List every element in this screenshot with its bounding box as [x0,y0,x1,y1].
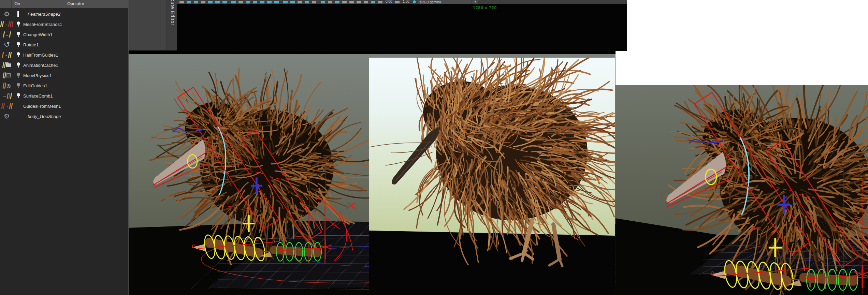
operator-row-FeathersShape2[interactable]: ⚙FeathersShape2 [0,9,128,19]
operator-label: ChangeWidth1 [23,32,53,37]
copy-icon[interactable] [357,1,361,3]
strand-bar [3,31,5,38]
operator-row-ChangeWidth1[interactable]: →ChangeWidth1 [0,29,128,40]
glyph: ⚙ [4,11,10,17]
checker-sphere-icon[interactable] [298,1,302,3]
operator-label: MeshFromStrands1 [23,22,62,27]
gear-icon: ⚙ [1,112,13,121]
operator-row-MoovPhysics1[interactable]: MoovPhysics1 [0,70,128,80]
gamma-preset-dropdown[interactable]: sRGB gamma [418,0,472,4]
operator-toggle-cell [14,72,23,79]
glyph: → [2,94,6,98]
background-canvas [616,0,868,85]
header-icon-column [0,0,12,8]
operator-toggle-cell [14,62,23,69]
operator-label: Rotate1 [23,42,39,47]
visibility-bulb-toggle[interactable] [16,83,21,89]
glyph: ◎ [6,83,11,88]
shaded-sphere-icon[interactable] [312,1,316,3]
operator-row-GuidesFromMesh1[interactable]: →GuidesFromMesh1 [0,101,128,111]
operator-toggle-cell [14,21,23,28]
viewport-layout-d-icon[interactable] [267,1,272,3]
visibility-bulb-toggle[interactable] [16,93,21,99]
gear-icon[interactable] [194,1,198,3]
operator-row-MeshFromStrands1[interactable]: →MeshFromStrands1 [0,19,128,29]
operator-toggle-cell [14,93,23,99]
pencil-icon[interactable] [208,1,213,3]
viewport-layout-b-icon[interactable] [253,1,257,3]
operator-list: ⚙FeathersShape2→MeshFromStrands1→ChangeW… [0,8,128,121]
iso-grid-icon[interactable] [321,1,325,3]
half-pie-icon[interactable] [395,1,400,3]
visibility-bulb-toggle[interactable] [16,31,21,38]
operator-label: GuidesFromMesh1 [23,104,61,109]
operator-label: HairFromGuides1 [23,53,58,58]
operator-toggle-cell [14,11,23,17]
operator-row-SurfaceComb1[interactable]: →SurfaceComb1 [0,91,128,101]
operator-stack-panel: On Operator ⚙FeathersShape2→MeshFromStra… [0,0,129,295]
attribute-editor-tab[interactable]: Attribute Editor [167,0,177,50]
operator-label: SurfaceComb1 [23,93,53,99]
moov-physics-icon [1,71,13,80]
visibility-bulb-toggle[interactable] [16,72,21,79]
guides-from-mesh-icon: → [1,102,13,110]
operator-icon-cell: ⚙ [0,10,14,18]
header-operator-column: Operator [23,0,128,8]
operator-icon-cell [0,71,14,80]
paste-icon[interactable] [364,1,368,3]
wireframe-sphere-icon[interactable] [283,1,288,3]
scissors-icon[interactable] [222,1,227,3]
strand-bar [11,21,13,27]
application-window: 0.00 1.00 sRGB gamma ▾ 1280 x 720 Attrib… [0,0,868,295]
header-on-column: On [12,0,23,8]
gear-icon: ⚙ [1,10,13,18]
render-view-window[interactable] [369,58,615,295]
arrow-icon: → [4,23,8,26]
operator-row-Rotate1[interactable]: ↺Rotate1 [0,40,128,50]
visibility-bulb-toggle[interactable] [16,52,21,58]
pin-icon[interactable] [201,1,205,3]
layout-split-icon[interactable] [238,1,243,3]
gamma-value[interactable]: 1.00 [403,0,409,3]
save-icon[interactable] [179,1,184,3]
shield-icon[interactable] [290,1,295,3]
attribute-editor-panel: Attribute Editor [129,0,177,50]
operator-row-AnimationCache1[interactable]: AnimationCache1 [0,60,128,70]
operator-icon-cell: → [0,50,14,59]
exposure-value[interactable]: 0.00 [386,0,392,3]
operator-toggle-cell [14,83,23,89]
cursor-icon[interactable] [349,1,354,3]
kiwi-rendered-image [369,58,615,295]
strand-bar [9,31,11,38]
operator-label: body_GeoShape [28,114,61,119]
operator-row-body_GeoShape[interactable]: ⚙body_GeoShape [0,111,128,121]
orbit-icon[interactable] [335,1,339,3]
operator-row-EditGuides1[interactable]: ◎EditGuides1 [0,80,128,91]
glyph: ↺ [4,41,10,48]
viewport-layout-e-icon[interactable] [274,1,279,3]
column-icon[interactable] [342,1,347,3]
grid-icon[interactable] [231,1,236,3]
funnel-icon[interactable] [305,1,309,3]
operator-toggle-cell [14,52,23,58]
change-width-icon: → [1,30,13,39]
gamma-face-icon[interactable] [413,0,416,3]
strand-bar [4,72,6,78]
viewport-perspective-right[interactable] [616,85,868,295]
viewport-layout-a-icon[interactable] [246,1,250,3]
toolbar-separator [280,1,282,4]
chevron-down-icon[interactable]: ▾ [472,0,478,4]
search-icon[interactable] [215,1,220,3]
operator-row-HairFromGuides1[interactable]: →HairFromGuides1 [0,50,128,60]
lock-icon[interactable] [187,1,191,3]
visibility-bulb-toggle[interactable] [16,62,21,69]
display-marker[interactable] [16,11,21,17]
region-zoom-icon[interactable] [371,1,375,3]
visibility-bulb-toggle[interactable] [16,21,21,28]
viewport-layout-c-icon[interactable] [260,1,264,3]
shadow-sphere-icon[interactable] [328,1,332,3]
pie-chart-icon[interactable] [378,1,382,3]
strand-bar [2,52,4,58]
toolbar-separator [228,1,230,4]
visibility-bulb-toggle[interactable] [16,42,21,48]
